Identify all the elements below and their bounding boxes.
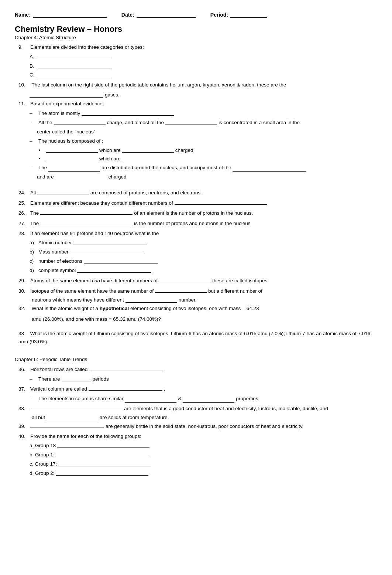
q40-num: 40. — [18, 432, 30, 440]
q28-text: If an element has 91 protons and 140 neu… — [30, 229, 159, 238]
q11-d2-blank2[interactable] — [165, 119, 217, 125]
q11-d2-cont: center called the “nucleus” — [18, 128, 377, 136]
q40-text: Provide the name for each of the followi… — [30, 432, 141, 440]
q32-line2: amu (26.00%), and one with mass = 65.32 … — [18, 315, 377, 323]
q40-c-blank[interactable] — [58, 460, 151, 466]
name-line — [33, 11, 107, 18]
name-label: Name: — [15, 12, 31, 18]
date-label: Date: — [121, 12, 134, 18]
q10-blank[interactable] — [30, 92, 103, 98]
q11-b1-blank1[interactable] — [46, 147, 98, 153]
q28-b-text: Mass number — [38, 248, 69, 256]
q11-d1: – The atom is mostly — [18, 110, 377, 118]
q9-a-blank[interactable] — [38, 53, 111, 59]
q38-blank2[interactable] — [47, 414, 98, 420]
q36-text1: Horizontal rows are called — [30, 365, 87, 374]
question-39: 39. are generally brittle in the solid s… — [18, 422, 377, 431]
q29-blank[interactable] — [159, 276, 211, 282]
q11-b1-text2: charged — [175, 147, 193, 154]
q37-d1-blank2[interactable] — [183, 397, 234, 403]
q28-a-blank[interactable] — [73, 239, 147, 245]
q27-text1: The — [30, 220, 39, 228]
q9-a-label: A. — [30, 53, 38, 61]
q36-d1: – There are periods — [18, 375, 377, 383]
q36-d1-blank[interactable] — [62, 375, 91, 381]
q28-c-blank[interactable] — [84, 258, 158, 263]
q11-b1-text1: which are — [99, 147, 121, 154]
q28-b-label: b) — [30, 248, 38, 256]
q39-text1: are generally brittle in the solid state… — [106, 422, 303, 431]
q37-d1-blank1[interactable] — [125, 397, 176, 403]
q37-d1: – The elements in columns share similar … — [18, 395, 377, 403]
q38-blank1[interactable] — [30, 404, 123, 410]
q40-d-blank[interactable] — [56, 470, 148, 476]
q11-d2-text4: center called the “nucleus” — [37, 128, 95, 136]
question-32: 32. What is the atomic weight of a hypot… — [18, 304, 377, 313]
q29-text1: Atoms of the same element — [30, 277, 91, 285]
period-label: Period: — [210, 12, 228, 18]
q11-d1-blank[interactable] — [82, 110, 174, 116]
q40-a-label: a. Group 18 — [30, 442, 56, 450]
q11-num: 11. — [18, 100, 30, 108]
q28-b-blank[interactable] — [70, 248, 144, 254]
q11-b1-blank2[interactable] — [122, 147, 174, 153]
q11-d2-blank1[interactable] — [54, 119, 106, 125]
q11-d4-text1: The — [38, 164, 47, 172]
q11-b2-blank1[interactable] — [46, 155, 98, 161]
q37-blank[interactable] — [89, 385, 162, 391]
q28-num: 28. — [18, 229, 30, 238]
period-field: Period: — [210, 11, 267, 18]
q11-d4-blank1[interactable] — [48, 166, 100, 172]
q25-text1: Elements are different because they cont… — [30, 199, 173, 207]
q28-d-label: d) — [30, 267, 38, 275]
q33-text: What is the atomic weight of Lithium con… — [18, 331, 370, 344]
q11-d4-blank2[interactable] — [233, 166, 306, 172]
q32-text1: What is the atomic weight of a — [32, 306, 98, 311]
question-9: 9. Elements are divided into three categ… — [18, 43, 377, 51]
q11-d2-dash: – — [30, 119, 37, 127]
page-title: Chemistry Review – Honors — [15, 24, 377, 34]
q38-text3: are solids at room temperature. — [100, 415, 169, 420]
q10-num: 10. — [18, 81, 30, 89]
q28-a-text: Atomic number — [38, 239, 72, 247]
q9-c-blank[interactable] — [38, 71, 111, 77]
q37-d1-text2: & — [178, 395, 181, 403]
q40-a-blank[interactable] — [57, 442, 149, 448]
q9-num: 9. — [18, 43, 30, 51]
question-10: 10. The last column on the right side of… — [18, 81, 377, 89]
q11-d4-text2: are distributed around the nucleus, and … — [102, 164, 231, 172]
q30-blank2[interactable] — [125, 297, 177, 303]
q24-blank[interactable] — [37, 188, 89, 194]
q37-d1-dash: – — [30, 395, 37, 403]
q11-d3-dash: – — [30, 137, 37, 145]
q40-b-blank[interactable] — [56, 451, 148, 457]
header: Name: Date: Period: — [15, 11, 377, 18]
q40-d: d. Group 2: — [18, 470, 377, 477]
q37-d1-text3: properties. — [236, 395, 259, 403]
q39-blank[interactable] — [30, 422, 104, 428]
question-29: 29. Atoms of the same element can have d… — [18, 276, 377, 285]
q11-d2-text2: charge, and almost all the — [107, 119, 164, 127]
q28-b: b) Mass number — [18, 248, 377, 256]
q10-text1: The last column on the right side of the… — [32, 82, 286, 88]
q30-text1: Isotopes of the same element have the sa… — [30, 287, 154, 295]
q11-d2-text1: All the — [38, 119, 52, 127]
date-line — [137, 11, 196, 18]
q30-blank1[interactable] — [155, 287, 207, 293]
q40-b-label: b. Group 1: — [30, 451, 55, 459]
q26-blank[interactable] — [40, 209, 133, 215]
q28-d-blank[interactable] — [77, 267, 151, 273]
q10-text2: gases. — [105, 92, 120, 98]
q26-num: 26. — [18, 209, 30, 217]
name-field: Name: — [15, 11, 107, 18]
q27-blank[interactable] — [40, 219, 133, 225]
q30-line2: neutrons which means they have different… — [18, 297, 377, 303]
q9-b-blank[interactable] — [38, 62, 111, 68]
q11-d4-blank3[interactable] — [55, 173, 107, 179]
q38-line2: all but are solids at room temperature. — [18, 414, 377, 420]
q36-blank[interactable] — [89, 365, 163, 371]
q11-b2-blank2[interactable] — [122, 155, 174, 161]
q11-b2-bullet: • — [39, 155, 45, 163]
q28-d-text: complete symbol — [38, 267, 76, 275]
q25-blank[interactable] — [175, 199, 267, 205]
